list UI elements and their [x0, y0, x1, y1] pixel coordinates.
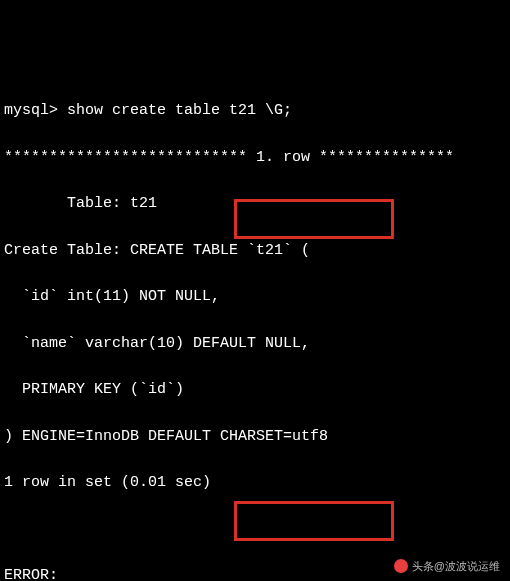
charset-value: CHARSET=utf8	[220, 428, 328, 445]
column-id-1: `id` int(11) NOT NULL,	[4, 285, 506, 308]
column-name-1: `name` varchar(10) DEFAULT NULL,	[4, 332, 506, 355]
row-label: 1. row	[256, 149, 310, 166]
engine-line-1: ) ENGINE=InnoDB DEFAULT CHARSET=utf8	[4, 425, 506, 448]
create-table-line-1: Create Table: CREATE TABLE `t21` (	[4, 239, 506, 262]
watermark-icon	[394, 559, 408, 573]
table-name: t21	[130, 195, 157, 212]
mysql-prompt: mysql>	[4, 102, 67, 119]
command-text: show create table t21 \G;	[67, 102, 292, 119]
watermark: 头条@波波说运维	[390, 556, 504, 577]
primary-key-1: PRIMARY KEY (`id`)	[4, 378, 506, 401]
blank-line	[4, 518, 506, 541]
rows-in-set-1: 1 row in set (0.01 sec)	[4, 471, 506, 494]
row-separator-1: *************************** 1. row *****…	[4, 146, 506, 169]
watermark-text: 头条@波波说运维	[412, 558, 500, 575]
table-line-1: Table: t21	[4, 192, 506, 215]
terminal-line-prompt-1: mysql> show create table t21 \G;	[4, 99, 506, 122]
